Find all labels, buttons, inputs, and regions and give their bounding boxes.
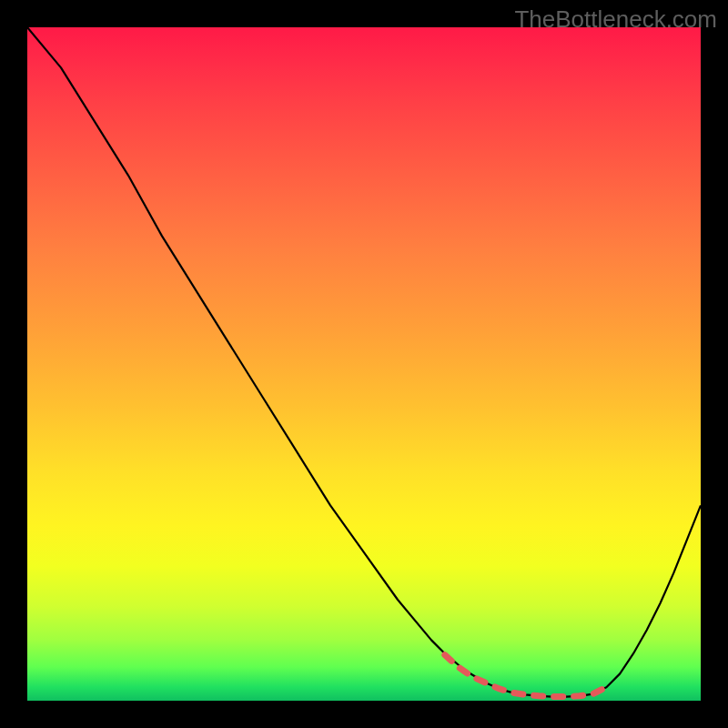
chart-highlight-segment	[445, 655, 607, 697]
watermark-text: TheBottleneck.com	[514, 5, 717, 34]
chart-plot-area	[27, 27, 701, 701]
chart-svg	[27, 27, 701, 701]
chart-curve-line	[27, 27, 701, 697]
